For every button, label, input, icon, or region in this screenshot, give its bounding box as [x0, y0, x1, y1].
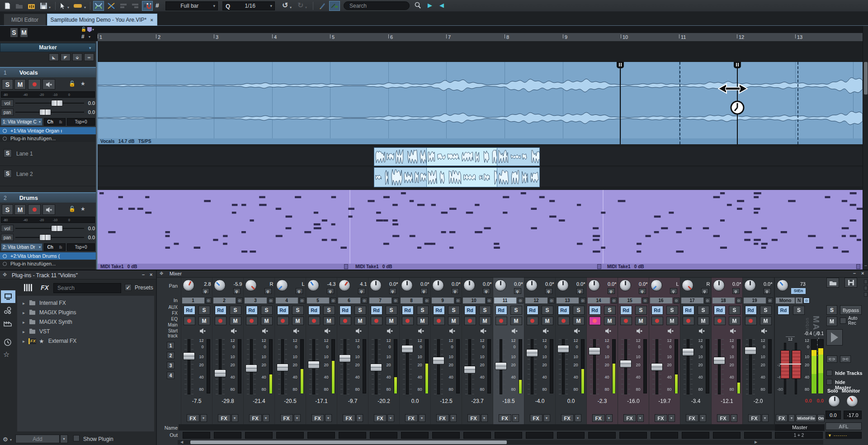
fader-handle[interactable] [214, 369, 226, 377]
fader-handle[interactable] [526, 349, 538, 357]
mixer-channel-strip[interactable]: 0.0*φ9◎RdSM12010204080-12.5FX▾ [430, 278, 462, 424]
mixer-channel-strip[interactable]: -5.9φ2◎RdSM12010204080-29.8FX▾ [212, 278, 243, 424]
mixer-channel-strip[interactable]: 0.0*φ13◎RdSM120102040800.0FX▾ [555, 278, 586, 424]
marker-fade-out-icon[interactable]: ◤ [61, 53, 71, 61]
fx-chevron-button[interactable]: ▾ [606, 414, 613, 422]
fader-handle[interactable] [433, 357, 444, 365]
resize-corner-icon[interactable]: ↔ [863, 263, 868, 269]
fx-chevron-button[interactable]: ▾ [325, 414, 332, 422]
plugin-tree-item[interactable]: ▸FX★External FX [17, 336, 154, 346]
track-lock-icon[interactable]: 🔓 [69, 206, 75, 212]
mix-to-file-button[interactable]: MixtoFile [796, 414, 816, 422]
fx-chevron-button[interactable]: ▾ [637, 414, 644, 422]
lane-audio-clip[interactable] [426, 167, 498, 187]
scrollbar-thumb[interactable] [864, 62, 868, 95]
out-routing-field[interactable] [557, 432, 585, 439]
phase-button[interactable]: φ [764, 288, 771, 294]
fx-button[interactable]: FX [343, 414, 355, 422]
track-title-bar[interactable]: 2Drums [0, 193, 96, 203]
speaker-icon[interactable] [668, 328, 674, 334]
fx-button[interactable]: FX [249, 414, 262, 422]
out-routing-field[interactable] [276, 432, 304, 439]
record-button[interactable] [433, 317, 445, 325]
pan-knob[interactable] [619, 279, 631, 291]
out-routing-field[interactable] [619, 432, 647, 439]
speaker-icon[interactable] [200, 328, 206, 334]
read-automation-button[interactable]: Rd [651, 306, 663, 315]
record-arm-ring-icon[interactable]: ◎ [330, 298, 336, 303]
mute-button[interactable]: M [198, 317, 210, 325]
plugins-panel-titlebar[interactable]: ✥ Plug-ins - Track 11 "Violins" – × [0, 270, 156, 279]
channel-number[interactable]: 1 [182, 298, 204, 303]
speaker-icon[interactable] [231, 328, 237, 334]
mixer-channel-strip[interactable]: 0.0*φ18◎RdSM12010204080-12.1FX▾ [711, 278, 742, 424]
fader-handle[interactable] [682, 348, 694, 356]
record-arm-ring-icon[interactable]: ◎ [424, 298, 430, 303]
fx-chevron-button[interactable]: ▾ [294, 414, 301, 422]
mixer-channel-strip[interactable]: 0.0*φ8◎RdSM120102040800.0FX▾ [399, 278, 430, 424]
fx-button[interactable]: FX [776, 414, 788, 422]
link-faders-button[interactable]: ⊂⊃ [826, 355, 837, 363]
mute-button[interactable]: M [323, 317, 335, 325]
gear-chevron-icon[interactable]: ▾ [10, 438, 12, 442]
fader-handle[interactable] [464, 366, 476, 374]
record-button[interactable] [184, 317, 195, 325]
fader-handle[interactable] [495, 362, 507, 370]
rail-plugins-icon[interactable] [1, 290, 15, 303]
phase-button[interactable]: φ [296, 288, 303, 294]
plugin-options-gear-icon[interactable]: ⚙ [3, 436, 8, 443]
phase-button[interactable]: φ [327, 288, 334, 294]
solo-button[interactable]: S [542, 306, 553, 315]
solo-button[interactable]: S [698, 306, 709, 315]
save-options-chevron-icon[interactable]: ▾ [49, 5, 51, 9]
marker-flag-chevron-icon[interactable]: ▾ [92, 28, 94, 32]
fx-filter-icon[interactable]: FX [41, 284, 49, 291]
fx-chevron-button[interactable]: ▾ [512, 414, 519, 422]
track-monitor-button[interactable] [42, 204, 55, 215]
arrange-area[interactable]: Vocals 14.7 dB TS/PSMIDI Take1 0 dBMIDI … [98, 41, 863, 270]
scroll-left-icon[interactable]: ◀ [179, 440, 185, 445]
phase-button[interactable]: φ [608, 288, 615, 294]
fader-handle[interactable] [651, 363, 663, 371]
fader-handle[interactable] [339, 355, 351, 362]
solo-button[interactable]: S [635, 306, 647, 315]
lane-audio-clip[interactable] [497, 147, 540, 166]
speaker-icon[interactable] [699, 328, 705, 334]
fx-button[interactable]: FX [592, 414, 605, 422]
record-button[interactable] [246, 317, 258, 325]
slider-handle[interactable] [39, 234, 51, 241]
out-routing-field[interactable] [370, 432, 397, 439]
slider-handle[interactable] [51, 100, 63, 106]
record-arm-ring-icon[interactable]: ◎ [611, 298, 617, 303]
fx-button[interactable]: FX [280, 414, 293, 422]
solo-button[interactable]: S [760, 306, 772, 315]
channel-number[interactable]: 8 [401, 298, 423, 303]
phase-button[interactable]: φ [576, 288, 584, 294]
fader-handle[interactable] [401, 345, 413, 353]
fx-chevron-button[interactable]: ▾ [231, 414, 238, 422]
out-routing-field[interactable] [401, 432, 429, 439]
phase-button[interactable]: φ [483, 288, 490, 294]
search-input[interactable]: Search [344, 1, 410, 10]
master-out-field[interactable]: 1 + 2 [775, 432, 823, 439]
unlink-faders-button[interactable]: ⊃⊂ [840, 355, 851, 363]
pan-knob[interactable] [777, 279, 788, 291]
fx-button[interactable]: FX [655, 414, 667, 422]
redo-icon[interactable]: ↻ [297, 1, 303, 9]
solo-button[interactable]: S [323, 306, 335, 315]
channel-number[interactable]: 4 [276, 298, 298, 303]
phase-button[interactable]: φ [545, 288, 552, 294]
expand-chevron-icon[interactable]: ▸ [23, 310, 25, 315]
track-solo-button[interactable]: S [2, 79, 13, 90]
solo-button[interactable]: S [729, 306, 741, 315]
instrument-select[interactable]: 2: Vita Urban Dr▾ [1, 243, 42, 251]
read-automation-button[interactable]: Rd [589, 306, 601, 315]
object-editor-icon[interactable] [317, 1, 327, 11]
group-objects-icon[interactable] [118, 1, 128, 11]
solo-button[interactable]: S [198, 306, 210, 315]
plugin-slot-active[interactable]: +1:Vita Vintage Organ ı [0, 127, 96, 134]
marker-link-icon[interactable]: ∞ [84, 53, 94, 61]
mute-button[interactable]: M [386, 317, 397, 325]
pan-knob[interactable] [401, 279, 413, 291]
mixer-channel-strip[interactable]: Lφ16◎RdSM12010204080-19.7FX▾ [649, 278, 680, 424]
